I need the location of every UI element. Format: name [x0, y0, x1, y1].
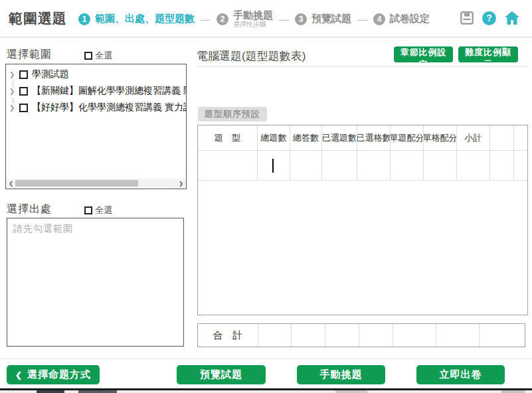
range-select-all[interactable]: 全選	[84, 50, 112, 62]
chapter-ratio-button[interactable]: 章節比例設定	[394, 46, 453, 62]
step-3-badge: 3	[295, 13, 307, 25]
wizard-stepper: 1 範圍、出處、題型題數 — 2 手動挑題 選擇性步驟 — 3 預覽試題 — 4…	[78, 0, 430, 38]
step-2-label: 手動挑題	[233, 9, 273, 21]
column-header-points-per-question: 單題配分	[391, 125, 424, 151]
footer-divider	[0, 358, 532, 359]
range-tree-box: ❯ 學測試題 ❯ 【新關鍵】圖解化學學測總複習講義 隨堂測驗 ❯ 【好好學】化學…	[5, 64, 187, 189]
step-separator: —	[279, 13, 289, 25]
range-select-all-label: 全選	[95, 50, 112, 62]
cell-total-questions[interactable]	[258, 151, 290, 181]
expand-chevron-icon[interactable]: ❯	[9, 71, 17, 78]
cell-subtotal[interactable]	[457, 151, 490, 181]
source-select-all-checkbox[interactable]	[84, 206, 92, 214]
background-fragment	[335, 390, 367, 393]
text-caret	[272, 159, 274, 173]
tree-item-new-key-book[interactable]: ❯ 【新關鍵】圖解化學學測總複習講義 隨堂測驗	[6, 84, 186, 98]
manual-pick-button[interactable]: 手動挑題	[297, 365, 385, 384]
save-icon[interactable]	[460, 11, 474, 25]
range-section-title: 選擇範圍	[7, 48, 52, 62]
step-3-preview[interactable]: 3 預覽試題	[295, 13, 351, 25]
step-separator: —	[201, 13, 211, 25]
step-separator: —	[357, 13, 367, 25]
tree-item-checkbox[interactable]	[19, 70, 28, 79]
source-section-title: 選擇出處	[7, 202, 52, 216]
window-bottom-edge	[0, 388, 532, 393]
step-1-range[interactable]: 1 範圍、出處、題型題數	[78, 13, 195, 25]
total-cell	[480, 324, 525, 347]
chevron-left-icon: ❮	[15, 370, 23, 380]
column-header-empty	[490, 125, 514, 151]
total-cell	[436, 324, 480, 347]
preview-questions-button[interactable]: 預覽試題	[177, 365, 266, 384]
table-data-row	[198, 151, 527, 181]
scrollbar-track[interactable]	[15, 179, 177, 187]
tree-item-checkbox[interactable]	[19, 104, 28, 112]
tree-item-study-well-book[interactable]: ❯ 【好好學】化學學測總複習講義 實力評量	[6, 101, 186, 114]
scrollbar-thumb[interactable]	[15, 180, 138, 187]
tree-item-label[interactable]: 【新關鍵】圖解化學學測總複習講義 隨堂測驗	[32, 85, 186, 97]
source-select-all[interactable]: 全選	[84, 204, 112, 216]
total-cell	[292, 324, 325, 347]
source-select-all-label: 全選	[95, 204, 112, 216]
column-header-type: 題 型	[198, 125, 258, 151]
step-1-badge: 1	[78, 13, 90, 25]
total-cell	[325, 324, 359, 347]
column-header-selected-blanks: 已選格數	[357, 125, 391, 151]
tree-item-checkbox[interactable]	[19, 87, 28, 96]
background-fragment	[78, 390, 117, 393]
column-header-empty	[514, 125, 527, 151]
step-1-label: 範圍、出處、題型題數	[95, 13, 195, 25]
background-fragment	[501, 390, 525, 393]
source-list-box: 請先勾選範圍	[7, 218, 184, 347]
total-label-cell: 合 計	[198, 324, 258, 347]
step-2-manual-pick[interactable]: 2 手動挑題 選擇性步驟	[217, 9, 273, 29]
cell-empty	[514, 151, 527, 181]
cell-selected-blanks[interactable]	[357, 151, 391, 181]
total-row-table: 合 計	[197, 323, 525, 347]
total-cell	[258, 324, 292, 347]
page-title: 範圍選題	[9, 9, 67, 28]
expand-chevron-icon[interactable]: ❯	[9, 88, 17, 95]
home-icon[interactable]	[504, 11, 520, 25]
app-frame: 範圍選題 1 範圍、出處、題型題數 — 2 手動挑題 選擇性步驟 — 3 預覽試…	[0, 0, 532, 393]
back-to-method-button[interactable]: ❮ 選擇命題方式	[7, 365, 100, 384]
help-icon[interactable]: ?	[482, 11, 496, 25]
column-header-total-questions: 總題數	[258, 125, 290, 151]
difficulty-ratio-button[interactable]: 難度比例顯示	[458, 46, 518, 62]
back-button-label: 選擇命題方式	[27, 368, 91, 381]
horizontal-scrollbar[interactable]: ❮ ❯	[7, 179, 185, 188]
generate-paper-button[interactable]: 立即出卷	[416, 365, 505, 384]
cell-points-per-blank[interactable]	[424, 151, 457, 181]
question-type-table: 題 型 總題數 總答數 已選題數 已選格數 單題配分 單格配分 小計	[197, 125, 528, 315]
question-order-preset-button[interactable]: 題型順序預設	[198, 107, 267, 121]
scroll-left-icon[interactable]: ❮	[7, 181, 15, 187]
cell-points-per-question[interactable]	[391, 151, 424, 181]
header-bar: 範圍選題 1 範圍、出處、題型題數 — 2 手動挑題 選擇性步驟 — 3 預覽試…	[0, 0, 532, 38]
cell-type[interactable]	[198, 151, 258, 181]
step-4-badge: 4	[373, 13, 385, 25]
total-cell	[359, 324, 393, 347]
scroll-right-icon[interactable]: ❯	[177, 181, 185, 187]
background-fragment	[37, 390, 64, 393]
column-header-points-per-blank: 單格配分	[424, 125, 457, 151]
tree-item-gsat[interactable]: ❯ 學測試題	[6, 68, 186, 81]
tree-item-label[interactable]: 學測試題	[32, 68, 69, 80]
range-select-all-checkbox[interactable]	[84, 52, 92, 60]
expand-chevron-icon[interactable]: ❯	[9, 104, 17, 112]
cell-empty	[490, 151, 514, 181]
step-2-badge: 2	[217, 13, 228, 25]
step-4-paper-settings[interactable]: 4 試卷設定	[373, 13, 430, 25]
total-cell	[393, 324, 436, 347]
computer-pick-title: 電腦選題(題型題數表)	[197, 48, 306, 64]
title-divider	[197, 66, 528, 67]
column-header-subtotal: 小計	[457, 125, 490, 151]
cell-selected-questions[interactable]	[322, 151, 357, 181]
step-4-label: 試卷設定	[390, 13, 430, 25]
cell-total-answers[interactable]	[290, 151, 322, 181]
tree-item-label[interactable]: 【好好學】化學學測總複習講義 實力評量	[32, 102, 186, 114]
column-header-total-answers: 總答數	[290, 125, 322, 151]
column-header-selected-questions: 已選題數	[322, 125, 357, 151]
table-header-row: 題 型 總題數 總答數 已選題數 已選格數 單題配分 單格配分 小計	[198, 125, 527, 151]
step-2-sublabel: 選擇性步驟	[233, 21, 273, 29]
source-placeholder-text: 請先勾選範圍	[13, 223, 73, 235]
